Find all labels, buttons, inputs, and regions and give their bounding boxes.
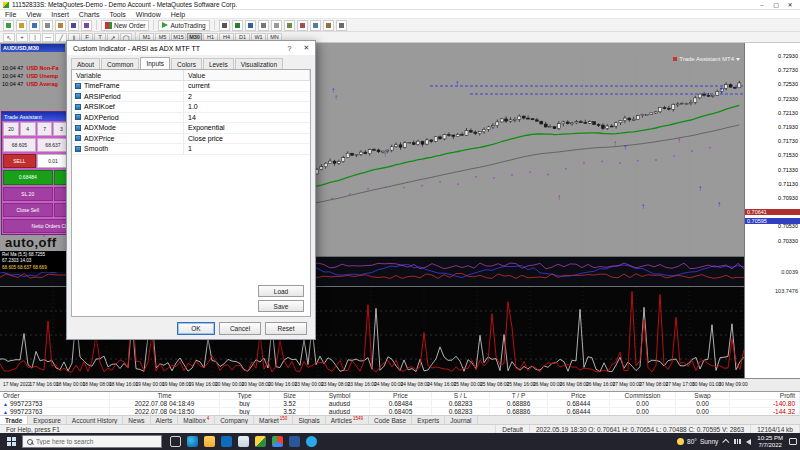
menu-insert[interactable]: Insert: [46, 11, 74, 18]
input-row-arsikoef[interactable]: ARSIKoef1.0: [72, 102, 310, 113]
menu-tools[interactable]: Tools: [104, 11, 130, 18]
horizontal-line-icon[interactable]: —: [42, 33, 54, 42]
orders-header-t-p[interactable]: T / P: [490, 392, 548, 399]
orders-header-swap[interactable]: Swap: [676, 392, 730, 399]
cursor-icon[interactable]: ↖: [3, 33, 15, 42]
input-row-adxprice[interactable]: ADXPriceClose price: [72, 134, 310, 145]
terminal-tab-account-history[interactable]: Account History: [67, 416, 124, 424]
orders-header-symbol[interactable]: Symbol: [310, 392, 370, 399]
start-button[interactable]: [0, 433, 22, 450]
input-value[interactable]: 1.0: [184, 103, 310, 110]
dialog-tab-inputs[interactable]: Inputs: [140, 57, 170, 69]
dialog-tab-common[interactable]: Common: [101, 58, 139, 69]
dialog-tab-colors[interactable]: Colors: [171, 58, 202, 69]
close-button[interactable]: ✕: [783, 0, 797, 9]
profiles-icon[interactable]: [16, 20, 27, 31]
trade-panel-button[interactable]: 68.605: [3, 138, 36, 152]
crosshair-icon[interactable]: +: [16, 33, 28, 42]
terminal-tab-company[interactable]: Company: [215, 416, 254, 424]
vertical-line-icon[interactable]: |: [29, 33, 41, 42]
file-explorer-icon[interactable]: [204, 436, 215, 447]
browser-icon[interactable]: [272, 436, 283, 447]
task-view-icon[interactable]: [170, 436, 181, 447]
volume-icon[interactable]: [746, 439, 751, 445]
new-order-button[interactable]: New Order: [101, 20, 149, 31]
terminal-tab-alerts[interactable]: Alerts: [151, 416, 179, 424]
taskbar-search[interactable]: [22, 435, 162, 448]
terminal-tab-experts[interactable]: Experts: [412, 416, 445, 424]
dialog-tab-visualization[interactable]: Visualization: [235, 58, 283, 69]
period-icon[interactable]: [323, 20, 334, 31]
status-profile[interactable]: Default: [496, 425, 530, 433]
menu-charts[interactable]: Charts: [74, 11, 105, 18]
trade-panel-button[interactable]: Close Sell: [3, 203, 53, 217]
input-value[interactable]: current: [184, 82, 310, 89]
terminal-tab-trade[interactable]: Trade: [0, 416, 28, 424]
navigator-icon[interactable]: [55, 20, 66, 31]
network-icon[interactable]: [734, 439, 741, 444]
orders-header-profit[interactable]: Profit: [730, 392, 800, 399]
trade-panel-button[interactable]: 20: [3, 122, 19, 136]
taskbar-search-input[interactable]: [36, 438, 146, 445]
load-button[interactable]: Load: [258, 285, 304, 297]
telegram-icon[interactable]: [306, 436, 317, 447]
dialog-help-button[interactable]: ?: [281, 41, 298, 55]
menu-file[interactable]: File: [0, 11, 21, 18]
orders-header-s-l[interactable]: S / L: [432, 392, 490, 399]
orders-header-type[interactable]: Type: [220, 392, 270, 399]
templates-icon[interactable]: [310, 20, 321, 31]
chart-line-icon[interactable]: [245, 20, 256, 31]
dialog-close-button[interactable]: ✕: [298, 41, 315, 55]
terminal-tab-mailbox[interactable]: Mailbox4: [178, 416, 215, 424]
trade-panel-button[interactable]: 4: [20, 122, 36, 136]
orders-header-price[interactable]: Price: [548, 392, 610, 399]
terminal-tab-signals[interactable]: Signals: [293, 416, 325, 424]
strategy-tester-icon[interactable]: [81, 20, 92, 31]
input-row-adxperiod[interactable]: ADXPeriod14: [72, 113, 310, 124]
dialog-tab-levels[interactable]: Levels: [203, 58, 234, 69]
notification-center-icon[interactable]: [789, 438, 797, 445]
terminal-tab-articles[interactable]: Articles1549: [326, 416, 369, 424]
data-window-icon[interactable]: [42, 20, 53, 31]
chevron-down-icon[interactable]: [736, 58, 740, 61]
trade-panel-button[interactable]: 7: [37, 122, 53, 136]
zoom-out-icon[interactable]: [271, 20, 282, 31]
save-button[interactable]: Save: [258, 300, 304, 312]
maximize-button[interactable]: ▢: [769, 0, 783, 9]
store-icon[interactable]: [221, 436, 232, 447]
input-value[interactable]: 14: [184, 114, 310, 121]
input-row-arsiperiod[interactable]: ARSIPeriod2: [72, 92, 310, 103]
trade-panel-button[interactable]: 0.01: [37, 154, 70, 168]
terminal-icon[interactable]: [68, 20, 79, 31]
new-chart-icon[interactable]: [3, 20, 14, 31]
orders-header-commission[interactable]: Commission: [610, 392, 676, 399]
indicators-icon[interactable]: [297, 20, 308, 31]
trade-panel-button[interactable]: 0.68484: [3, 170, 53, 184]
chart-bars-icon[interactable]: [219, 20, 230, 31]
input-value[interactable]: 2: [184, 93, 310, 100]
terminal-tab-market[interactable]: Market150: [254, 416, 293, 424]
terminal-tab-journal[interactable]: Journal: [445, 416, 477, 424]
trade-panel-button[interactable]: SELL: [3, 154, 36, 168]
menu-view[interactable]: View: [21, 11, 46, 18]
taskbar-weather[interactable]: 80° Sunny: [677, 438, 718, 445]
trade-panel-button[interactable]: SL 20: [3, 187, 53, 201]
column-variable[interactable]: Variable: [72, 70, 184, 80]
terminal-tab-exposure[interactable]: Exposure: [28, 416, 66, 424]
trade-panel-button[interactable]: 68.637: [37, 138, 70, 152]
terminal-tab-code-base[interactable]: Code Base: [369, 416, 412, 424]
word-icon[interactable]: [289, 436, 300, 447]
orders-header-size[interactable]: Size: [270, 392, 310, 399]
chart-candles-icon[interactable]: [232, 20, 243, 31]
edge-icon[interactable]: [187, 436, 198, 447]
menu-window[interactable]: Window: [131, 11, 166, 18]
price-scale[interactable]: 0.729300.727300.725300.723300.721300.719…: [744, 43, 800, 378]
dialog-tab-about[interactable]: About: [71, 58, 100, 69]
terminal-tab-news[interactable]: News: [123, 416, 150, 424]
orders-header-time[interactable]: Time: [110, 392, 220, 399]
input-row-timeframe[interactable]: TimeFramecurrent: [72, 81, 310, 92]
orders-header-price[interactable]: Price: [370, 392, 432, 399]
orders-header-order[interactable]: Order: [0, 392, 110, 399]
taskbar-clock[interactable]: 10:25 PM 7/7/2022: [757, 435, 783, 449]
mt4-icon[interactable]: [255, 436, 266, 447]
